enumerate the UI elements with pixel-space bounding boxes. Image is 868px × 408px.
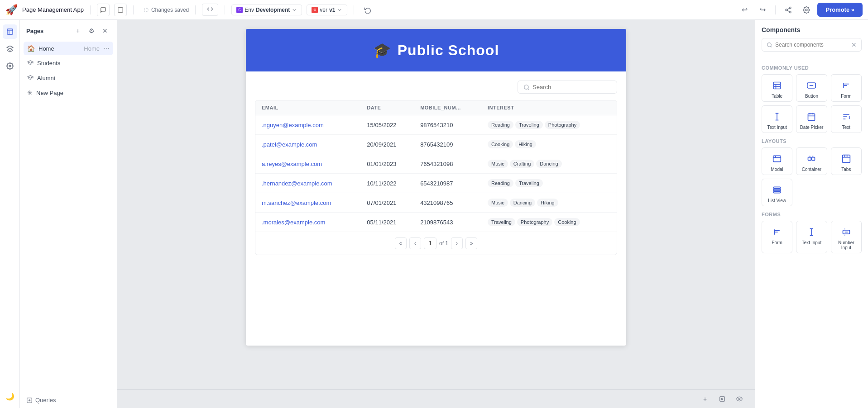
button-component-label: Button (805, 94, 818, 99)
number-input-component-label: Number Input (834, 240, 858, 250)
table-search-bar[interactable] (518, 81, 617, 94)
topbar-separator (90, 5, 91, 14)
container-component-label: Container (802, 167, 821, 172)
pag-first[interactable]: « (395, 237, 407, 249)
canvas-wrapper[interactable]: 🎓 Public School EMA (117, 20, 755, 389)
svg-rect-7 (7, 29, 13, 34)
cell-mobile: 4321098765 (414, 193, 481, 213)
col-date: DATE (360, 100, 414, 115)
svg-rect-50 (774, 187, 781, 188)
page-item-alumni[interactable]: Alumni ⋯ (24, 71, 113, 85)
promote-button[interactable]: Promote » (817, 3, 863, 17)
import-btn[interactable] (716, 393, 729, 405)
pag-prev[interactable]: ‹ (409, 237, 421, 249)
refresh-icon-btn[interactable] (360, 3, 375, 17)
component-list-view[interactable]: List View (762, 179, 792, 206)
icon-nav: 🌙 (0, 20, 20, 408)
queries-footer[interactable]: Queries (20, 392, 117, 408)
components-panel-body: Commonly Used Table Button (755, 57, 868, 408)
component-text-input[interactable]: Text Input (762, 105, 792, 133)
svg-point-6 (806, 9, 807, 11)
component-text-input2[interactable]: Text Input (796, 221, 827, 253)
component-form2[interactable]: Form (762, 221, 792, 253)
interest-tag: Hiking (537, 199, 558, 207)
pages-panel: Pages + ⚙ ✕ 🏠 Home Home ⋯ Students ⋯ (20, 20, 117, 408)
nav-moon[interactable]: 🌙 (3, 389, 17, 403)
component-number-input[interactable]: Number Input (831, 221, 862, 253)
cell-mobile: 9876543210 (414, 115, 481, 135)
date-picker-component-label: Date Picker (800, 125, 824, 130)
pag-of: of 1 (439, 240, 448, 247)
ver-selector[interactable]: ⊛ ver v1 (307, 5, 347, 15)
redo-btn[interactable]: ↪ (755, 3, 770, 17)
cell-email: .hernandez@example.com (255, 174, 360, 193)
page-item-students[interactable]: Students ⋯ (24, 56, 113, 70)
number-input-component-icon (842, 226, 851, 238)
page-item-newpage[interactable]: ✳ New Page ⋯ (24, 86, 113, 100)
svg-marker-10 (7, 46, 13, 49)
svg-point-20 (767, 43, 772, 47)
nav-settings[interactable] (3, 59, 17, 73)
cell-mobile: 2109876543 (414, 213, 481, 232)
page-dots-home[interactable]: ⋯ (103, 45, 110, 52)
code-btn[interactable] (202, 4, 218, 16)
svg-point-1 (789, 7, 791, 9)
share-btn[interactable] (781, 3, 796, 17)
nav-components[interactable] (3, 42, 17, 56)
alumni-icon (27, 74, 34, 82)
pagination: « ‹ of 1 › » (255, 232, 617, 255)
pag-last[interactable]: » (465, 237, 477, 249)
component-modal[interactable]: Modal (762, 147, 792, 175)
nav-pages[interactable] (3, 24, 17, 39)
search-components-input[interactable] (775, 42, 849, 48)
text-component-label: Text (842, 125, 850, 130)
interest-tag: Traveling (515, 121, 543, 129)
comment-btn[interactable] (97, 4, 110, 16)
interest-tag: Traveling (488, 218, 515, 226)
data-table: EMAIL DATE MOBILE_NUM... INTEREST .nguye… (255, 100, 617, 232)
close-pages-btn[interactable]: ✕ (100, 25, 110, 36)
eye-btn[interactable] (733, 393, 746, 405)
settings-pages-btn[interactable]: ⚙ (86, 25, 97, 36)
cell-date: 15/05/2022 (360, 115, 414, 135)
component-date-picker[interactable]: Date Picker (796, 105, 827, 133)
table-search-input[interactable] (532, 84, 611, 90)
component-button[interactable]: Button (796, 74, 827, 102)
history-btn[interactable] (114, 4, 127, 16)
component-table[interactable]: Table (762, 74, 792, 102)
page-banner: 🎓 Public School (246, 29, 626, 71)
main-layout: 🌙 Pages + ⚙ ✕ 🏠 Home Home ⋯ Students ⋯ (0, 20, 868, 408)
settings-btn[interactable] (799, 3, 814, 17)
layouts-grid: Modal Container Tabs (762, 147, 862, 206)
cell-email: a.reyes@example.com (255, 154, 360, 174)
component-form[interactable]: Form (831, 74, 862, 102)
table-row: a.reyes@example.com01/01/20237654321098M… (255, 154, 617, 174)
search-bar-row (255, 81, 617, 94)
add-component-btn[interactable]: + (699, 393, 711, 405)
table-component-label: Table (772, 94, 782, 99)
component-text[interactable]: Text (831, 105, 862, 133)
text-component-icon (842, 110, 851, 123)
svg-point-3 (789, 11, 791, 13)
pag-next[interactable]: › (451, 237, 463, 249)
pages-list: 🏠 Home Home ⋯ Students ⋯ Alumni ⋯ ✳ (20, 40, 117, 102)
interest-tag: Dancing (536, 160, 561, 168)
students-icon (27, 59, 34, 67)
home-icon: 🏠 (27, 45, 35, 52)
env-selector[interactable]: ⬡ Env Development (231, 5, 302, 15)
cell-date: 10/11/2022 (360, 174, 414, 193)
component-container[interactable]: Container (796, 147, 827, 175)
components-panel-header: Components ✕ (755, 20, 868, 57)
modal-component-icon (772, 152, 782, 165)
text-input-component-icon (772, 110, 782, 123)
page-item-home[interactable]: 🏠 Home Home ⋯ (24, 42, 113, 55)
commonly-used-grid: Table Button Form (762, 74, 862, 133)
add-page-btn[interactable]: + (72, 25, 83, 36)
search-clear-icon[interactable]: ✕ (851, 41, 857, 48)
text-input-component-label: Text Input (767, 125, 786, 130)
search-components-bar[interactable]: ✕ (762, 38, 862, 52)
undo-btn[interactable]: ↩ (737, 3, 752, 17)
pag-current[interactable] (424, 237, 436, 249)
interest-tag: Cooking (488, 140, 513, 148)
component-tabs[interactable]: Tabs (831, 147, 862, 175)
